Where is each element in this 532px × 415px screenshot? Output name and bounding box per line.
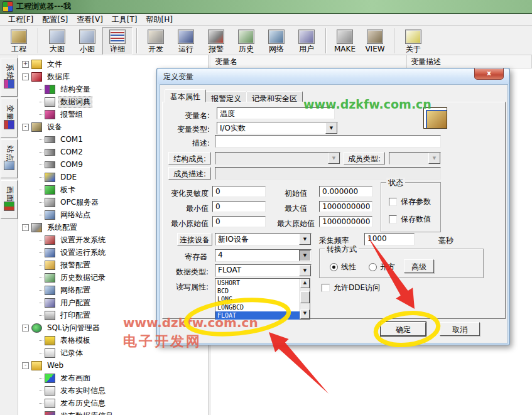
advanced-button[interactable]: 高级 xyxy=(404,259,434,273)
tree-item-label[interactable]: Web xyxy=(45,360,65,370)
toolbar-button-运行[interactable]: 运行 xyxy=(171,27,201,55)
tree-item-Web[interactable]: -Web xyxy=(18,359,208,372)
save-value-checkbox[interactable]: 保存数值 xyxy=(389,214,431,225)
tree-item-label[interactable]: DDE xyxy=(58,172,79,182)
tree-item-label[interactable]: 系统配置 xyxy=(45,222,79,234)
menu-item-0[interactable]: 工程[F] xyxy=(4,14,38,26)
tree-item-label[interactable]: 网络站点 xyxy=(58,209,92,221)
toolbar-button-详细[interactable]: 详细 xyxy=(102,27,133,55)
scroll-up-icon[interactable]: ▲ xyxy=(300,279,310,288)
toolbar-button-报警[interactable]: 报警 xyxy=(201,27,231,55)
variable-type-combo[interactable]: I/O实数▼ xyxy=(217,122,338,134)
dialog-titlebar[interactable]: 定义变量 xyxy=(158,69,509,84)
tree-item-记录体[interactable]: 记录体 xyxy=(39,347,208,359)
menu-item-3[interactable]: 工具[T] xyxy=(107,14,142,26)
dropdown-item-longbcd[interactable]: LONGBCD xyxy=(215,303,300,311)
toolbar-button-用户[interactable]: 用户 xyxy=(291,27,322,55)
side-tab-1[interactable]: 变量 xyxy=(1,99,18,137)
tree-item-label[interactable]: 设备 xyxy=(45,121,64,133)
tree-item-label[interactable]: SQL访问管理器 xyxy=(45,322,102,334)
checkbox-icon[interactable] xyxy=(322,284,330,292)
chevron-down-icon[interactable]: ▼ xyxy=(299,234,311,245)
linear-radio[interactable]: 线性 xyxy=(330,262,356,272)
allow-dde-checkbox[interactable]: 允许DDE访问 xyxy=(322,283,380,293)
tree-item-label[interactable]: 结构变量 xyxy=(58,84,92,95)
data-type-dropdown-list[interactable]: USHORTBCDLONGLONGBCDFLOAT ▲ ▼ xyxy=(215,278,310,320)
data-type-combo[interactable]: FLOAT▼ xyxy=(215,264,312,277)
side-tab-2[interactable]: 站点 xyxy=(1,139,18,178)
column-header-variable-desc[interactable]: 变量描述 xyxy=(407,55,532,68)
tree-item-label[interactable]: 记录体 xyxy=(58,347,85,359)
tree-item-label[interactable]: COM1 xyxy=(58,134,85,144)
tab-alarm-definition[interactable]: 报警定义 xyxy=(205,91,247,102)
toolbar-button-小图[interactable]: 小图 xyxy=(72,27,102,55)
tree-item-label[interactable]: OPC服务器 xyxy=(58,197,100,208)
sqrt-radio[interactable]: 开方 xyxy=(369,262,395,272)
close-icon[interactable]: x xyxy=(474,68,504,80)
chevron-down-icon[interactable]: ▼ xyxy=(299,250,311,261)
toolbar-button-make[interactable]: MAKE xyxy=(330,27,360,55)
variable-notebook-icon[interactable] xyxy=(423,107,447,129)
menu-item-4[interactable]: 帮助[H] xyxy=(142,14,177,26)
min-raw-value-input[interactable]: 0 xyxy=(212,216,266,227)
toolbar-button-历史[interactable]: 历史 xyxy=(231,27,261,55)
toolbar-button-关于[interactable]: 关于 xyxy=(398,27,428,55)
menu-item-2[interactable]: 查看[V] xyxy=(72,14,107,26)
collapse-minus-icon[interactable]: - xyxy=(22,124,29,131)
tree-item-label[interactable]: 数据词典 xyxy=(58,96,92,108)
toolbar-button-开发[interactable]: 开发 xyxy=(141,27,171,55)
tab-basic-properties[interactable]: 基本属性 xyxy=(165,89,206,102)
side-tab-0[interactable]: 系统 xyxy=(1,58,18,97)
tree-item-label[interactable]: 表格模板 xyxy=(58,335,92,347)
ok-button[interactable]: 确定 xyxy=(381,322,426,336)
menu-item-1[interactable]: 配置[S] xyxy=(38,14,72,26)
chevron-down-icon[interactable]: ▼ xyxy=(328,153,340,164)
collapse-minus-icon[interactable]: - xyxy=(22,325,29,331)
max-raw-value-input[interactable]: 1000000000 xyxy=(319,216,372,227)
checkbox-icon[interactable] xyxy=(389,198,397,206)
tree-item-label[interactable]: 发布历史信息 xyxy=(58,397,107,409)
dropdown-item-long[interactable]: LONG xyxy=(215,295,300,303)
tree-item-label[interactable]: 用户配置 xyxy=(58,297,92,309)
variable-name-input[interactable]: 温度 xyxy=(217,107,335,119)
toolbar-button-大图[interactable]: 大图 xyxy=(42,27,72,55)
collapse-minus-icon[interactable]: - xyxy=(22,224,29,231)
register-combo[interactable]: 4▼ xyxy=(215,249,312,262)
column-header-variable-name[interactable]: 变量名 xyxy=(211,55,407,68)
chevron-down-icon[interactable]: ▼ xyxy=(325,122,337,134)
tree-item-发布数据库信息[interactable]: 发布数据库信息 xyxy=(39,409,208,415)
window-titlebar[interactable]: 工程浏览器---我 xyxy=(0,0,532,14)
tree-item-label[interactable]: 报警配置 xyxy=(58,259,92,271)
connect-device-combo[interactable]: 新IO设备▼ xyxy=(215,233,312,245)
tree-item-label[interactable]: 历史数据记录 xyxy=(58,272,107,284)
expand-plus-icon[interactable]: + xyxy=(22,61,29,68)
tree-item-label[interactable]: 打印配置 xyxy=(58,310,92,321)
member-desc-input[interactable] xyxy=(215,167,441,180)
scrollbar-thumb[interactable] xyxy=(300,291,310,303)
scroll-down-icon[interactable]: ▼ xyxy=(300,310,310,319)
struct-member-combo[interactable]: ▼ xyxy=(215,152,340,164)
collapse-minus-icon[interactable]: - xyxy=(22,362,29,369)
tree-item-label[interactable]: 报警组 xyxy=(58,109,85,121)
tree-item-label[interactable]: COM9 xyxy=(58,159,85,170)
chevron-down-icon[interactable]: ▼ xyxy=(428,153,440,164)
tree-item-label[interactable]: 网络配置 xyxy=(58,284,92,296)
tree-item-label[interactable]: COM2 xyxy=(58,147,85,157)
connect-device-button[interactable]: 连接设备 xyxy=(177,233,212,245)
dropdown-item-bcd[interactable]: BCD xyxy=(215,287,300,295)
tree-item-label[interactable]: 发布数据库信息 xyxy=(58,410,115,415)
tree-item-发布历史信息[interactable]: 发布历史信息 xyxy=(39,397,208,409)
tree-item-label[interactable]: 发布画面 xyxy=(58,372,92,384)
description-input[interactable] xyxy=(215,135,441,148)
side-tab-3[interactable]: 画面 xyxy=(1,180,18,219)
toolbar-button-网络[interactable]: 网络 xyxy=(261,27,291,55)
tree-item-label[interactable]: 文件 xyxy=(45,58,64,70)
checkbox-icon[interactable] xyxy=(389,215,397,224)
radio-icon[interactable] xyxy=(330,263,338,271)
tree-item-发布画面[interactable]: 发布画面 xyxy=(39,372,208,384)
collapse-minus-icon[interactable]: - xyxy=(22,73,29,80)
member-type-combo[interactable]: ▼ xyxy=(389,152,441,164)
toolbar-button-view[interactable]: VIEW xyxy=(360,27,390,55)
max-value-input[interactable]: 1000000000 xyxy=(319,201,372,212)
tab-record-and-security[interactable]: 记录和安全区 xyxy=(246,91,303,102)
